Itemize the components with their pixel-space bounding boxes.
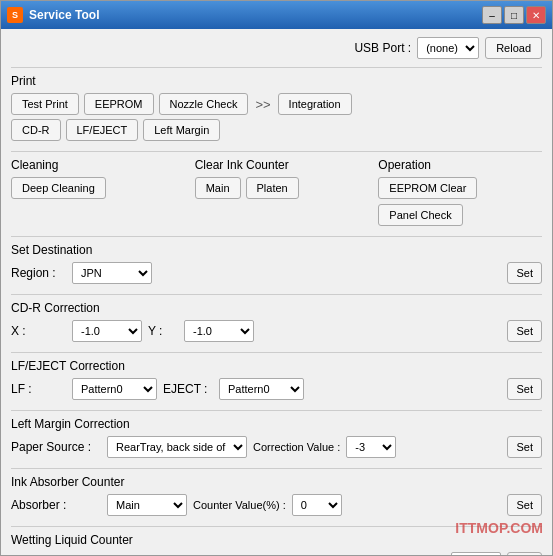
left-margin-correction-row: Paper Source : RearTray, back side of pa… <box>11 436 542 458</box>
lf-label: LF : <box>11 382 66 396</box>
left-margin-correction-title: Left Margin Correction <box>11 417 542 431</box>
ink-absorber-set-button[interactable]: Set <box>507 494 542 516</box>
region-select[interactable]: JPN <box>72 262 152 284</box>
middle-sections: Cleaning Deep Cleaning Clear Ink Counter… <box>11 158 542 230</box>
operation-title: Operation <box>378 158 542 172</box>
content-area: USB Port : (none) Reload Print Test Prin… <box>1 29 552 555</box>
eject-select[interactable]: Pattern0 <box>219 378 304 400</box>
cdr-correction-row: X : -1.0 Y : -1.0 Set <box>11 320 542 342</box>
clear-ink-buttons: Main Platen <box>195 177 359 199</box>
integration-button[interactable]: Integration <box>278 93 352 115</box>
left-margin-correction-section: Left Margin Correction Paper Source : Re… <box>11 417 542 458</box>
wetting-liquid-set-button[interactable]: Set <box>507 552 542 555</box>
window-title: Service Tool <box>29 8 482 22</box>
wetting-liquid-counter-section: Wetting Liquid Counter Counter Value(%) … <box>11 533 542 555</box>
clear-ink-counter-title: Clear Ink Counter <box>195 158 359 172</box>
print-row-1: Test Print EEPROM Nozzle Check >> Integr… <box>11 93 542 115</box>
correction-value-label: Correction Value : <box>253 441 340 453</box>
panel-check-button[interactable]: Panel Check <box>378 204 462 226</box>
ink-absorber-counter-title: Ink Absorber Counter <box>11 475 542 489</box>
usb-port-row: USB Port : (none) Reload <box>11 37 542 59</box>
lfeject-correction-title: LF/EJECT Correction <box>11 359 542 373</box>
cleaning-section: Cleaning Deep Cleaning <box>11 158 175 230</box>
close-button[interactable]: ✕ <box>526 6 546 24</box>
nozzle-check-button[interactable]: Nozzle Check <box>159 93 249 115</box>
app-icon: S <box>7 7 23 23</box>
reload-button[interactable]: Reload <box>485 37 542 59</box>
eeprom-button[interactable]: EEPROM <box>84 93 154 115</box>
clear-ink-counter-section: Clear Ink Counter Main Platen <box>195 158 359 230</box>
operation-buttons: EEPROM Clear Panel Check <box>378 177 542 226</box>
lf-eject-button[interactable]: LF/EJECT <box>66 119 139 141</box>
print-section-title: Print <box>11 74 542 88</box>
region-label: Region : <box>11 266 66 280</box>
wetting-counter-value-select[interactable]: 0 <box>451 552 501 555</box>
minimize-button[interactable]: – <box>482 6 502 24</box>
eject-label: EJECT : <box>163 382 213 396</box>
correction-value-select[interactable]: -3 <box>346 436 396 458</box>
lfeject-set-button[interactable]: Set <box>507 378 542 400</box>
set-destination-section: Set Destination Region : JPN Set <box>11 243 542 284</box>
main-button[interactable]: Main <box>195 177 241 199</box>
paper-source-label: Paper Source : <box>11 440 101 454</box>
main-window: S Service Tool – □ ✕ USB Port : (none) R… <box>0 0 553 556</box>
lfeject-correction-row: LF : Pattern0 EJECT : Pattern0 Set <box>11 378 542 400</box>
window-controls: – □ ✕ <box>482 6 546 24</box>
set-destination-button[interactable]: Set <box>507 262 542 284</box>
test-print-button[interactable]: Test Print <box>11 93 79 115</box>
print-row-2: CD-R LF/EJECT Left Margin <box>11 119 542 141</box>
cdr-set-button[interactable]: Set <box>507 320 542 342</box>
maximize-button[interactable]: □ <box>504 6 524 24</box>
x-select[interactable]: -1.0 <box>72 320 142 342</box>
platen-button[interactable]: Platen <box>246 177 299 199</box>
absorber-label: Absorber : <box>11 498 101 512</box>
wetting-liquid-counter-row: Counter Value(%) : 0 Set <box>11 552 542 555</box>
ink-absorber-counter-row: Absorber : Main Counter Value(%) : 0 Set <box>11 494 542 516</box>
print-section: Print Test Print EEPROM Nozzle Check >> … <box>11 74 542 141</box>
y-label: Y : <box>148 324 178 338</box>
cdr-correction-title: CD-R Correction <box>11 301 542 315</box>
absorber-select[interactable]: Main <box>107 494 187 516</box>
cdr-correction-section: CD-R Correction X : -1.0 Y : -1.0 Set <box>11 301 542 342</box>
y-select[interactable]: -1.0 <box>184 320 254 342</box>
usb-port-label: USB Port : <box>354 41 411 55</box>
left-margin-set-button[interactable]: Set <box>507 436 542 458</box>
left-margin-button[interactable]: Left Margin <box>143 119 220 141</box>
ink-absorber-counter-section: Ink Absorber Counter Absorber : Main Cou… <box>11 475 542 516</box>
deep-cleaning-button[interactable]: Deep Cleaning <box>11 177 106 199</box>
title-bar: S Service Tool – □ ✕ <box>1 1 552 29</box>
x-label: X : <box>11 324 66 338</box>
lf-select[interactable]: Pattern0 <box>72 378 157 400</box>
ink-counter-value-select[interactable]: 0 <box>292 494 342 516</box>
watermark: ITTMOP.COM <box>455 520 543 536</box>
usb-port-select[interactable]: (none) <box>417 37 479 59</box>
lfeject-correction-section: LF/EJECT Correction LF : Pattern0 EJECT … <box>11 359 542 400</box>
operation-section: Operation EEPROM Clear Panel Check <box>378 158 542 230</box>
ink-counter-value-label: Counter Value(%) : <box>193 499 286 511</box>
set-destination-row: Region : JPN Set <box>11 262 542 284</box>
arrow-icon: >> <box>255 97 270 112</box>
cd-r-button[interactable]: CD-R <box>11 119 61 141</box>
cleaning-title: Cleaning <box>11 158 175 172</box>
paper-source-select[interactable]: RearTray, back side of pap <box>107 436 247 458</box>
set-destination-title: Set Destination <box>11 243 542 257</box>
eeprom-clear-button[interactable]: EEPROM Clear <box>378 177 477 199</box>
